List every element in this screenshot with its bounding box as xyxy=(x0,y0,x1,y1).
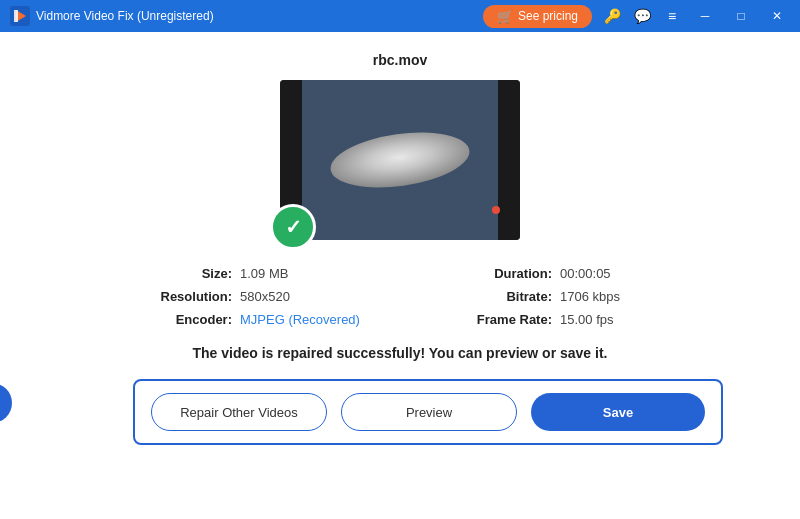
key-icon[interactable]: 🔑 xyxy=(602,8,622,24)
menu-icon[interactable]: ≡ xyxy=(662,8,682,24)
bitrate-value: 1706 kbps xyxy=(560,289,720,304)
app-title: Vidmore Video Fix (Unregistered) xyxy=(36,9,483,23)
framerate-value: 15.00 fps xyxy=(560,312,720,327)
pricing-button[interactable]: 🛒 See pricing xyxy=(483,5,592,28)
pricing-label: See pricing xyxy=(518,9,578,23)
repair-other-videos-button[interactable]: Repair Other Videos xyxy=(151,393,327,431)
video-inner xyxy=(280,80,520,240)
size-label: Size: xyxy=(80,266,240,281)
maximize-button[interactable]: □ xyxy=(728,3,754,29)
encoder-value: MJPEG (Recovered) xyxy=(240,312,400,327)
svg-marker-2 xyxy=(14,10,18,22)
resolution-label: Resolution: xyxy=(80,289,240,304)
success-checkmark xyxy=(270,204,316,250)
action-bar: Repair Other Videos Preview Save xyxy=(133,379,723,445)
chat-icon[interactable]: 💬 xyxy=(632,8,652,24)
cursor-indicator xyxy=(492,206,500,214)
video-preview xyxy=(280,80,520,240)
home-button[interactable] xyxy=(0,383,12,423)
save-button[interactable]: Save xyxy=(531,393,705,431)
resolution-value: 580x520 xyxy=(240,289,400,304)
video-blob xyxy=(320,125,480,195)
video-filename: rbc.mov xyxy=(373,52,427,68)
framerate-label: Frame Rate: xyxy=(400,312,560,327)
close-button[interactable]: ✕ xyxy=(764,3,790,29)
bitrate-label: Bitrate: xyxy=(400,289,560,304)
duration-value: 00:00:05 xyxy=(560,266,720,281)
home-icon xyxy=(0,394,1,412)
titlebar: Vidmore Video Fix (Unregistered) 🛒 See p… xyxy=(0,0,800,32)
info-grid: Size: 1.09 MB Duration: 00:00:05 Resolut… xyxy=(80,266,720,327)
titlebar-icons: 🔑 💬 ≡ ─ □ ✕ xyxy=(602,3,790,29)
duration-label: Duration: xyxy=(400,266,560,281)
action-wrapper: Repair Other Videos Preview Save xyxy=(28,361,800,445)
minimize-button[interactable]: ─ xyxy=(692,3,718,29)
main-content: rbc.mov Size: 1.09 MB Duration: 00:00:0 xyxy=(0,32,800,519)
cart-icon: 🛒 xyxy=(497,9,513,24)
app-logo xyxy=(10,6,30,26)
encoder-label: Encoder: xyxy=(80,312,240,327)
size-value: 1.09 MB xyxy=(240,266,400,281)
success-message: The video is repaired successfully! You … xyxy=(193,345,608,361)
svg-point-3 xyxy=(327,125,473,195)
preview-button[interactable]: Preview xyxy=(341,393,517,431)
